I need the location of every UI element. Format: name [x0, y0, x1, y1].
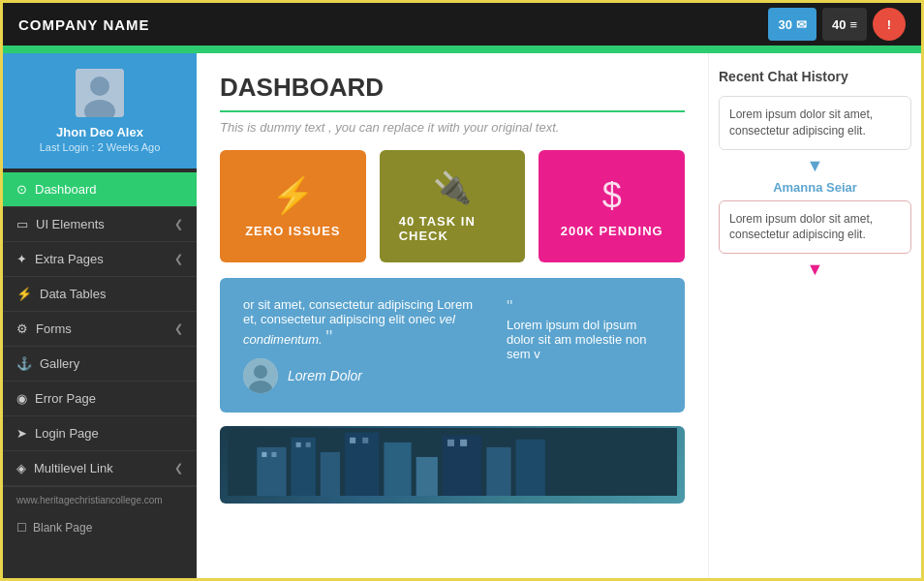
title-divider — [220, 110, 685, 112]
sidebar-item-multilevel[interactable]: ◈ Multilevel Link ❮ — [3, 451, 197, 486]
alert-button[interactable]: ! — [873, 8, 906, 41]
chevron-right-icon: ❮ — [174, 322, 183, 335]
chat-bubble-2: Lorem ipsum dolor sit amet, consectetur … — [719, 200, 911, 255]
sidebar-item-left: ✦ Extra Pages — [16, 252, 104, 266]
sidebar-item-blank-page[interactable]: ☐ Blank Page — [3, 513, 197, 542]
list-button[interactable]: 40 ≡ — [822, 8, 867, 41]
sidebar-item-label: Login Page — [35, 426, 99, 441]
sidebar-item-left: ▭ UI Elements — [16, 217, 105, 231]
sidebar-item-label: Multilevel Link — [34, 461, 113, 475]
sidebar-item-left: ◉ Error Page — [16, 391, 96, 406]
chevron-right-icon: ❮ — [174, 462, 183, 474]
sidebar-item-left: ⊙ Dashboard — [16, 182, 97, 197]
page-title: DASHBOARD — [220, 73, 685, 103]
sidebar-user-area: Jhon Deo Alex Last Login : 2 Weeks Ago — [3, 53, 197, 168]
mail-button[interactable]: 30 ✉ — [768, 8, 816, 41]
chat-scroll-area[interactable]: Lorem ipsum dolor sit amet, consectetur … — [719, 96, 911, 280]
svg-rect-14 — [486, 447, 510, 496]
svg-rect-12 — [416, 457, 438, 496]
svg-point-1 — [90, 76, 109, 96]
page-subtitle: This is dummy text , you can replace it … — [220, 120, 685, 135]
sidebar: Jhon Deo Alex Last Login : 2 Weeks Ago ⊙… — [3, 53, 197, 581]
recent-chat-title: Recent Chat History — [719, 69, 911, 84]
chevron-right-icon: ❮ — [174, 253, 183, 265]
stat-card-zero-issues[interactable]: ⚡ ZERO ISSUES — [220, 150, 366, 262]
chat-arrow-down-pink-icon: ▼ — [719, 260, 911, 280]
sidebar-item-data-tables[interactable]: ⚡ Data Tables — [3, 277, 197, 312]
quote-block: or sit amet, consectetur adipiscing Lore… — [220, 278, 685, 413]
svg-rect-8 — [292, 438, 316, 496]
quote-author: Lorem Dolor — [243, 358, 487, 393]
data-tables-icon: ⚡ — [16, 287, 32, 301]
svg-rect-20 — [350, 438, 355, 443]
chevron-right-icon: ❮ — [174, 218, 183, 230]
author-name: Lorem Dolor — [288, 368, 362, 383]
sidebar-item-label: Dashboard — [35, 182, 97, 197]
main-content: DASHBOARD This is dummy text , you can r… — [197, 53, 708, 581]
svg-rect-15 — [516, 440, 545, 496]
sidebar-item-error-page[interactable]: ◉ Error Page — [3, 382, 197, 416]
login-page-icon: ➤ — [16, 426, 27, 441]
sidebar-item-left: ⚡ Data Tables — [16, 287, 106, 301]
sidebar-item-dashboard[interactable]: ⊙ Dashboard — [3, 172, 197, 207]
sidebar-item-forms[interactable]: ⚙ Forms ❮ — [3, 312, 197, 347]
sidebar-footer-url: www.heritagechristiancollege.com — [3, 486, 197, 513]
svg-point-4 — [254, 365, 267, 379]
sidebar-item-ui-elements[interactable]: ▭ UI Elements ❮ — [3, 207, 197, 242]
svg-rect-9 — [321, 452, 340, 496]
blank-page-label: Blank Page — [33, 521, 92, 535]
extra-pages-icon: ✦ — [16, 252, 27, 266]
svg-rect-18 — [296, 443, 301, 447]
dollar-icon: $ — [602, 175, 622, 216]
svg-rect-16 — [262, 452, 266, 457]
user-last-login: Last Login : 2 Weeks Ago — [18, 141, 181, 153]
svg-rect-23 — [460, 440, 467, 446]
multilevel-icon: ◈ — [16, 461, 26, 475]
quote-text: or sit amet, consectetur adipiscing Lore… — [243, 297, 487, 349]
sidebar-item-left: ⚓ Gallery — [16, 356, 79, 371]
lightning-icon: ⚡ — [271, 175, 315, 216]
quote-left: or sit amet, consectetur adipiscing Lore… — [243, 297, 487, 393]
svg-rect-21 — [362, 438, 368, 443]
author-avatar — [243, 358, 278, 393]
sidebar-item-label: Data Tables — [40, 287, 106, 301]
svg-rect-11 — [384, 443, 411, 496]
list-count: 40 — [832, 17, 846, 32]
quote-right: " Lorem ipsum dol ipsum dolor sit am mol… — [507, 297, 662, 393]
stat-card-label: 200K PENDING — [561, 224, 663, 238]
stat-cards: ⚡ ZERO ISSUES 🔌 40 TASK IN CHECK $ 200K … — [220, 150, 685, 262]
stat-card-task-check[interactable]: 🔌 40 TASK IN CHECK — [380, 150, 526, 262]
chat-bubble-1: Lorem ipsum dolor sit amet, consectetur … — [719, 96, 911, 150]
bottom-image — [220, 426, 685, 504]
list-icon: ≡ — [849, 17, 857, 32]
error-page-icon: ◉ — [16, 391, 27, 406]
svg-rect-17 — [271, 452, 276, 457]
company-name: COMPANY NAME — [18, 16, 150, 33]
sidebar-item-login-page[interactable]: ➤ Login Page — [3, 416, 197, 451]
sidebar-item-label: Gallery — [40, 356, 79, 371]
main-layout: Jhon Deo Alex Last Login : 2 Weeks Ago ⊙… — [3, 53, 921, 581]
sidebar-item-label: Extra Pages — [35, 252, 104, 266]
svg-rect-22 — [447, 440, 454, 446]
sidebar-item-left: ◈ Multilevel Link — [16, 461, 113, 475]
right-panel: Recent Chat History Lorem ipsum dolor si… — [708, 53, 921, 581]
ui-elements-icon: ▭ — [16, 217, 28, 231]
dashboard-icon: ⊙ — [16, 182, 27, 197]
mail-icon: ✉ — [796, 17, 807, 32]
quote-right-text: Lorem ipsum dol ipsum dolor sit am moles… — [507, 318, 662, 361]
svg-rect-7 — [257, 447, 286, 496]
stat-card-label: ZERO ISSUES — [245, 224, 340, 238]
avatar — [76, 69, 124, 117]
user-name: Jhon Deo Alex — [18, 125, 181, 139]
sidebar-item-extra-pages[interactable]: ✦ Extra Pages ❮ — [3, 242, 197, 277]
top-header: COMPANY NAME 30 ✉ 40 ≡ ! — [3, 3, 921, 46]
sidebar-item-left: ➤ Login Page — [16, 426, 99, 441]
sidebar-nav: ⊙ Dashboard ▭ UI Elements ❮ ✦ Extra Page… — [3, 168, 197, 486]
alert-icon: ! — [887, 17, 891, 32]
sidebar-item-gallery[interactable]: ⚓ Gallery — [3, 347, 197, 382]
header-icons: 30 ✉ 40 ≡ ! — [768, 8, 906, 41]
stat-card-pending[interactable]: $ 200K PENDING — [539, 150, 685, 262]
sidebar-item-label: Error Page — [35, 391, 96, 406]
sidebar-item-label: UI Elements — [36, 217, 105, 231]
plug-icon: 🔌 — [433, 169, 472, 206]
